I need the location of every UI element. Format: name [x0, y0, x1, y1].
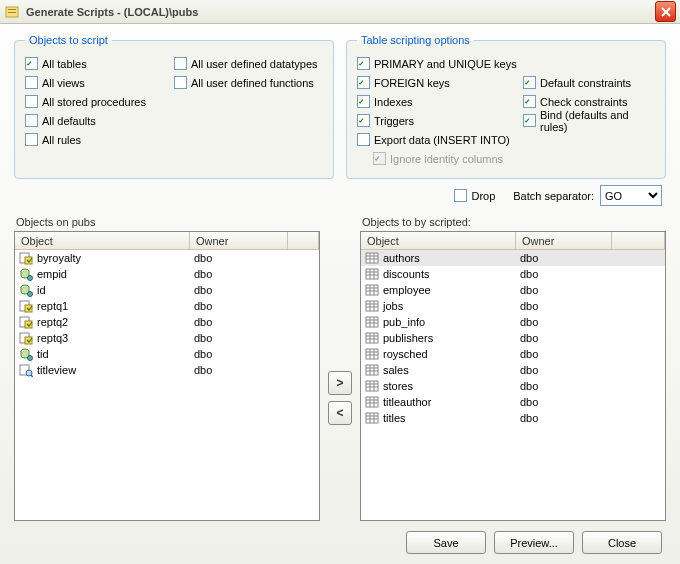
- svg-rect-35: [366, 301, 378, 311]
- bind-label: Bind (defaults and rules): [540, 109, 655, 133]
- save-button[interactable]: Save: [406, 531, 486, 554]
- list-item[interactable]: empiddbo: [15, 266, 319, 282]
- all-defaults-checkbox[interactable]: [25, 114, 38, 127]
- indexes-label: Indexes: [374, 96, 413, 108]
- right-header-extra[interactable]: [612, 232, 665, 249]
- svg-rect-65: [366, 397, 378, 407]
- check-constraints-checkbox[interactable]: [523, 95, 536, 108]
- list-cell-owner: dbo: [516, 332, 612, 344]
- table-icon: [365, 347, 379, 361]
- svg-point-8: [28, 292, 33, 297]
- left-header-extra[interactable]: [288, 232, 319, 249]
- move-right-button[interactable]: >: [328, 371, 352, 395]
- list-item[interactable]: iddbo: [15, 282, 319, 298]
- check-constraints-label: Check constraints: [540, 96, 627, 108]
- left-header-object[interactable]: Object: [15, 232, 190, 249]
- default-constraints-label: Default constraints: [540, 77, 631, 89]
- all-defaults-label: All defaults: [42, 115, 96, 127]
- objects-on-pubs-listview[interactable]: Object Owner byroyaltydboempiddboiddbore…: [14, 231, 320, 521]
- objects-to-be-scripted-panel: Objects to by scripted: Object Owner aut…: [360, 214, 666, 521]
- svg-rect-1: [8, 9, 16, 10]
- all-stored-procedures-checkbox[interactable]: [25, 95, 38, 108]
- svg-point-16: [28, 356, 33, 361]
- list-item[interactable]: jobsdbo: [361, 298, 665, 314]
- left-list-body[interactable]: byroyaltydboempiddboiddboreptq1dboreptq2…: [15, 250, 319, 520]
- list-item[interactable]: salesdbo: [361, 362, 665, 378]
- titlebar: Generate Scripts - (LOCAL)\pubs: [0, 0, 680, 24]
- list-item[interactable]: byroyaltydbo: [15, 250, 319, 266]
- foreign-keys-checkbox[interactable]: [357, 76, 370, 89]
- primary-unique-checkbox[interactable]: [357, 57, 370, 70]
- list-cell-object: sales: [361, 363, 516, 377]
- svg-rect-4: [25, 257, 32, 264]
- indexes-checkbox[interactable]: [357, 95, 370, 108]
- list-item[interactable]: storesdbo: [361, 378, 665, 394]
- close-button[interactable]: Close: [582, 531, 662, 554]
- list-item[interactable]: titlesdbo: [361, 410, 665, 426]
- table-icon: [365, 267, 379, 281]
- all-user-defined-datatypes-checkbox[interactable]: [174, 57, 187, 70]
- right-list-body[interactable]: authorsdbodiscountsdboemployeedbojobsdbo…: [361, 250, 665, 520]
- proc-icon: [19, 331, 33, 345]
- left-header-owner[interactable]: Owner: [190, 232, 288, 249]
- list-item[interactable]: employeedbo: [361, 282, 665, 298]
- all-views-checkbox[interactable]: [25, 76, 38, 89]
- proc-icon: [19, 299, 33, 313]
- table-icon: [365, 363, 379, 377]
- list-cell-object: employee: [361, 283, 516, 297]
- triggers-label: Triggers: [374, 115, 414, 127]
- default-constraints-checkbox[interactable]: [523, 76, 536, 89]
- list-cell-object: reptq1: [15, 299, 190, 313]
- batch-separator-select[interactable]: GO: [600, 185, 662, 206]
- svg-rect-40: [366, 317, 378, 327]
- list-item[interactable]: titleviewdbo: [15, 362, 319, 378]
- close-window-button[interactable]: [655, 1, 676, 22]
- list-cell-owner: dbo: [190, 332, 288, 344]
- objects-to-be-scripted-listview[interactable]: Object Owner authorsdbodiscountsdboemplo…: [360, 231, 666, 521]
- svg-rect-2: [8, 12, 16, 13]
- move-left-button[interactable]: <: [328, 401, 352, 425]
- batch-separator-label: Batch separator:: [513, 190, 594, 202]
- all-tables-label: All tables: [42, 58, 87, 70]
- table-icon: [365, 283, 379, 297]
- drop-checkbox[interactable]: [454, 189, 467, 202]
- list-item[interactable]: reptq3dbo: [15, 330, 319, 346]
- export-data-checkbox[interactable]: [357, 133, 370, 146]
- list-cell-object: titleauthor: [361, 395, 516, 409]
- objects-to-be-scripted-title: Objects to by scripted:: [360, 214, 666, 231]
- bind-checkbox[interactable]: [523, 114, 536, 127]
- right-header-owner[interactable]: Owner: [516, 232, 612, 249]
- ignore-identity-label: Ignore identity columns: [390, 153, 503, 165]
- objects-to-script-group: Objects to script All tables All views A…: [14, 34, 334, 179]
- list-item[interactable]: reptq2dbo: [15, 314, 319, 330]
- list-item[interactable]: pub_infodbo: [361, 314, 665, 330]
- list-cell-owner: dbo: [516, 380, 612, 392]
- list-cell-object: reptq3: [15, 331, 190, 345]
- all-user-defined-functions-checkbox[interactable]: [174, 76, 187, 89]
- list-item[interactable]: reptq1dbo: [15, 298, 319, 314]
- all-rules-label: All rules: [42, 134, 81, 146]
- foreign-keys-label: FOREIGN keys: [374, 77, 450, 89]
- objects-on-pubs-panel: Objects on pubs Object Owner byroyaltydb…: [14, 214, 320, 521]
- right-header-object[interactable]: Object: [361, 232, 516, 249]
- list-item[interactable]: publishersdbo: [361, 330, 665, 346]
- list-item[interactable]: titleauthordbo: [361, 394, 665, 410]
- table-icon: [365, 299, 379, 313]
- all-rules-checkbox[interactable]: [25, 133, 38, 146]
- list-cell-owner: dbo: [516, 396, 612, 408]
- list-item[interactable]: authorsdbo: [361, 250, 665, 266]
- list-item[interactable]: discountsdbo: [361, 266, 665, 282]
- triggers-checkbox[interactable]: [357, 114, 370, 127]
- window-body: Objects to script All tables All views A…: [0, 24, 680, 564]
- all-tables-checkbox[interactable]: [25, 57, 38, 70]
- table-icon: [365, 331, 379, 345]
- view-icon: [19, 363, 33, 377]
- preview-button[interactable]: Preview...: [494, 531, 574, 554]
- left-list-header: Object Owner: [15, 232, 319, 250]
- list-item[interactable]: royscheddbo: [361, 346, 665, 362]
- list-item[interactable]: tiddbo: [15, 346, 319, 362]
- list-cell-owner: dbo: [516, 284, 612, 296]
- list-cell-object: authors: [361, 251, 516, 265]
- list-cell-object: reptq2: [15, 315, 190, 329]
- list-cell-object: empid: [15, 267, 190, 281]
